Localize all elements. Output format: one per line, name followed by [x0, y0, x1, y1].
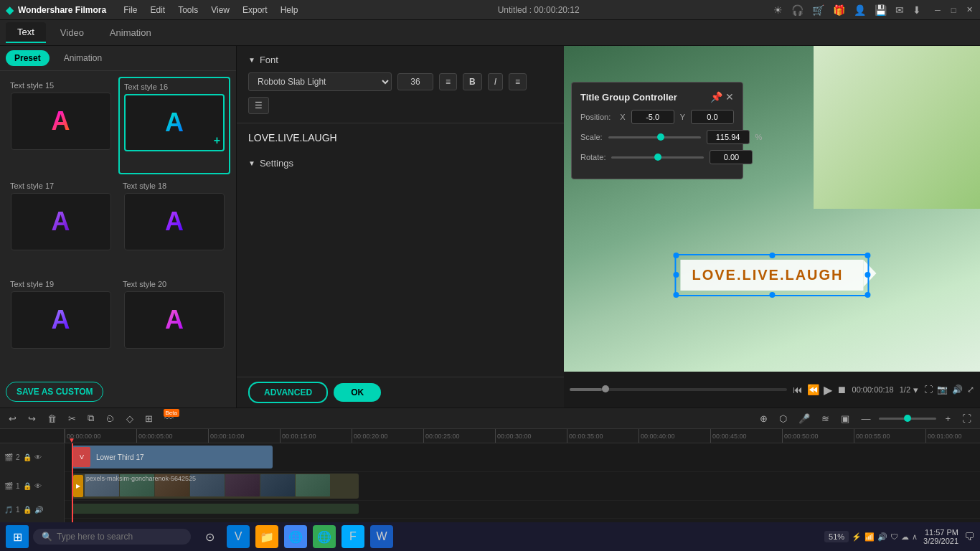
taskbar-chrome[interactable]: 🌐 — [284, 525, 307, 548]
fullscreen-button[interactable]: ⛶ — [924, 385, 933, 395]
align-right-button[interactable]: ☰ — [248, 97, 269, 114]
screenshot-button[interactable]: 📷 — [937, 385, 948, 395]
track-lock-button-1[interactable]: 🔒 — [23, 482, 32, 490]
copy-button[interactable]: ⧉ — [85, 411, 97, 425]
tgc-rotate-slider[interactable] — [611, 156, 704, 159]
ripple-edit-button[interactable]: ⊕ — [757, 412, 771, 425]
subtab-preset[interactable]: Preset — [6, 50, 50, 66]
tab-text[interactable]: Text — [6, 22, 46, 43]
menu-edit[interactable]: Edit — [144, 4, 171, 17]
taskbar-filmora[interactable]: F — [341, 525, 364, 548]
zoom-in-button[interactable]: + — [942, 412, 953, 425]
sun-icon[interactable]: ☀ — [773, 4, 783, 16]
page-nav-button[interactable]: ▾ — [913, 385, 918, 395]
menu-export[interactable]: Export — [237, 4, 273, 17]
menu-file[interactable]: File — [118, 4, 143, 17]
zoom-out-button[interactable]: — — [858, 412, 873, 425]
redo-button[interactable]: ↪ — [25, 412, 39, 425]
notification-button[interactable]: 🗨 — [964, 531, 974, 542]
tgc-scale-input[interactable] — [707, 130, 750, 144]
menu-tools[interactable]: Tools — [172, 4, 204, 17]
tab-animation[interactable]: Animation — [98, 23, 163, 42]
delete-button[interactable]: 🗑 — [44, 412, 60, 425]
tray-more[interactable]: ∧ — [912, 532, 918, 542]
settings-preview-button[interactable]: ⤢ — [967, 385, 974, 395]
zoom-slider[interactable] — [879, 418, 936, 420]
track-lock-audio[interactable]: 🔒 — [23, 506, 32, 514]
taskbar-office[interactable]: V — [227, 525, 250, 548]
cart-icon[interactable]: 🛒 — [812, 4, 824, 16]
search-input[interactable] — [57, 532, 171, 542]
taskbar-chrome2[interactable]: 🌐 — [313, 525, 336, 548]
track-lock-button-2[interactable]: 🔒 — [23, 453, 32, 461]
close-button[interactable]: ✕ — [964, 5, 974, 15]
tgc-close-button[interactable]: ✕ — [725, 91, 734, 103]
menu-help[interactable]: Help — [275, 4, 304, 17]
track-eye-button-1[interactable]: 👁 — [34, 482, 42, 490]
frame-back-button[interactable]: ⏪ — [807, 384, 819, 395]
minimize-button[interactable]: ─ — [933, 5, 943, 15]
headphones-icon[interactable]: 🎧 — [791, 4, 804, 16]
settings-section-header[interactable]: ▼ Settings — [248, 158, 552, 169]
taskbar-cortana[interactable]: ⊙ — [198, 525, 221, 548]
font-size-stepper[interactable]: ≡ — [439, 73, 457, 90]
text-overlay-container[interactable]: LOVE.LIVE.LAUGH — [680, 260, 863, 291]
split-button[interactable]: ⊞ — [142, 412, 156, 425]
italic-button[interactable]: I — [488, 73, 503, 90]
search-bar[interactable]: 🔍 — [33, 529, 191, 545]
bold-button[interactable]: B — [463, 73, 482, 90]
tgc-rotate-input[interactable] — [710, 150, 753, 164]
history-button[interactable]: ⏲ — [103, 412, 118, 425]
progress-thumb[interactable] — [602, 385, 609, 392]
track-eye-button-2[interactable]: 👁 — [34, 453, 42, 461]
font-name-select[interactable]: Roboto Slab Light — [248, 72, 392, 91]
style-item-16[interactable]: Text style 16 A + — [118, 77, 230, 174]
undo-button[interactable]: ↩ — [6, 412, 19, 425]
thumbnail-button[interactable]: ▣ — [838, 412, 852, 425]
maximize-button[interactable]: □ — [948, 5, 958, 15]
track-mute-audio[interactable]: 🔊 — [34, 506, 43, 514]
title-clip[interactable]: V Lower Third 17 — [72, 446, 273, 468]
text-content-area[interactable]: LOVE.LIVE.LAUGH — [237, 123, 564, 152]
mail-icon[interactable]: ✉ — [895, 4, 904, 16]
start-button[interactable]: ⊞ — [6, 525, 29, 548]
save-icon[interactable]: 💾 — [875, 4, 887, 16]
crop-button[interactable]: ⬡ — [776, 412, 790, 425]
user-icon[interactable]: 👤 — [854, 4, 866, 16]
audio-clip[interactable] — [72, 504, 359, 514]
cut-button[interactable]: ✂ — [65, 412, 79, 425]
voice-button[interactable]: ≋ — [819, 412, 832, 425]
style-item-15[interactable]: Text style 15 A — [6, 77, 116, 174]
video-clip[interactable]: ▶ pexels-maksim-goncharenok-5642525 — [72, 474, 359, 499]
taskbar-word[interactable]: W — [370, 525, 393, 548]
tgc-scale-slider[interactable] — [608, 136, 701, 138]
menu-view[interactable]: View — [205, 4, 235, 17]
font-section-header[interactable]: ▼ Font — [248, 55, 552, 65]
mic-button[interactable]: 🎤 — [796, 412, 813, 425]
ok-button[interactable]: OK — [334, 383, 381, 402]
style-item-17[interactable]: Text style 17 A — [6, 177, 116, 272]
taskbar-explorer[interactable]: 📁 — [255, 525, 278, 548]
tgc-y-input[interactable] — [691, 110, 734, 124]
step-back-button[interactable]: ⏮ — [793, 384, 803, 395]
fullscreen-timeline-button[interactable]: ⛶ — [959, 412, 974, 425]
style-item-20[interactable]: Text style 20 A — [118, 276, 230, 370]
tgc-x-input[interactable] — [631, 110, 674, 124]
gift-icon[interactable]: 🎁 — [833, 4, 845, 16]
save-as-custom-button[interactable]: SAVE AS CUSTOM — [6, 382, 103, 402]
font-size-input[interactable] — [397, 73, 433, 90]
shape-button[interactable]: ◇ — [123, 412, 136, 425]
subtab-animation[interactable]: Animation — [55, 50, 110, 66]
download-icon[interactable]: ⬇ — [913, 4, 921, 16]
advanced-button[interactable]: ADVANCED — [248, 382, 328, 403]
style-item-19[interactable]: Text style 19 A — [6, 276, 116, 370]
volume-button[interactable]: 🔊 — [952, 385, 963, 395]
stop-button[interactable]: ⏹ — [837, 384, 847, 395]
align-left-button[interactable]: ≡ — [509, 73, 527, 90]
tgc-pin-button[interactable]: 📌 — [710, 91, 722, 103]
play-button[interactable]: ▶ — [824, 383, 832, 397]
preview-image: Title Group Controller 📌 ✕ Position: X Y… — [564, 46, 980, 372]
style-item-18[interactable]: Text style 18 A — [118, 177, 230, 272]
tab-video[interactable]: Video — [49, 23, 95, 42]
progress-bar-container[interactable] — [570, 388, 787, 391]
